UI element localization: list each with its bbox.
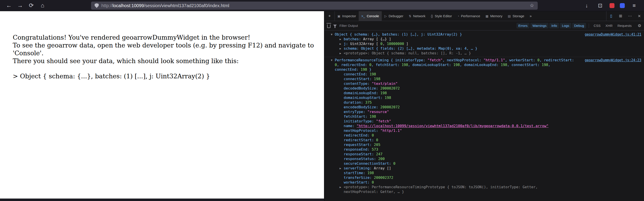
extension-icon-red[interactable] <box>610 3 614 8</box>
prop-initiatorType[interactable]: initiatorType: "fetch" <box>324 119 644 124</box>
more-tabs-icon[interactable]: » <box>527 11 534 21</box>
prop-requestStart[interactable]: requestStart: 205 <box>324 142 644 147</box>
prop-schema[interactable]: ▶schema: Object { fields: (2) […], metad… <box>324 46 644 51</box>
prop-prototype-object[interactable]: ▶<prototype>: Object { schema: null, bat… <box>324 51 644 56</box>
prop-j[interactable]: ▶j: Uint32Array [ 0, 10000000 ] <box>324 42 644 46</box>
storage-icon: ▤ <box>508 14 511 18</box>
console-message: schema: Object { fields: (2) […], metada… <box>344 46 477 50</box>
extensions-icon[interactable]: ⊡ <box>596 2 604 10</box>
source-location-link[interactable]: geoarrowDummyWidget.js:41:21 <box>585 32 641 37</box>
console-settings-gear-icon[interactable]: ⚙ <box>638 23 641 28</box>
performance-icon: ◔ <box>457 14 459 18</box>
devtools-panel: ⌖ ▣Inspector>_Console▷Debugger⇅Network{}… <box>324 11 644 201</box>
filter-output-input[interactable] <box>339 24 514 28</box>
twisty-icon[interactable]: ▶ <box>338 42 342 46</box>
prop-workerStart[interactable]: workerStart: 0 <box>324 180 644 185</box>
pick-element-icon[interactable]: ⌖ <box>324 11 335 21</box>
filter-button-logs[interactable]: Logs <box>560 23 571 28</box>
prop-nextHopProtocol[interactable]: nextHopProtocol: "http/1.1" <box>324 128 644 133</box>
prop-redirectEnd[interactable]: redirectEnd: 0 <box>324 133 644 138</box>
prop-serverTiming[interactable]: ▶serverTiming: Array [] <box>324 166 644 170</box>
home-icon[interactable]: ⌂ <box>38 2 46 10</box>
menu-icon[interactable]: ≡ <box>630 2 638 10</box>
tab-network[interactable]: ⇅Network <box>406 11 428 21</box>
prop-contentType[interactable]: contentType: "text/plain" <box>324 81 644 86</box>
twisty-icon[interactable]: ▼ <box>330 58 334 62</box>
filter-button-warnings[interactable]: Warnings <box>530 23 548 28</box>
clear-console-icon[interactable] <box>327 24 330 28</box>
twisty-icon[interactable]: ▼ <box>330 32 334 36</box>
prop-name[interactable]: name: "http://localhost:10099/session/vi… <box>324 124 644 128</box>
url-text[interactable]: http://localhost:10099/session/viewhtml1… <box>101 3 229 8</box>
url-bar[interactable]: http://localhost:10099/session/viewhtml1… <box>91 2 538 10</box>
prop-startTime[interactable]: startTime: 198 <box>324 170 644 175</box>
filter-button-css[interactable]: CSS <box>592 23 602 28</box>
filter-button-xhr[interactable]: XHR <box>604 23 615 28</box>
twisty-icon[interactable]: ▶ <box>338 46 342 50</box>
twisty-icon[interactable]: ▶ <box>338 166 342 170</box>
tab-inspector[interactable]: ▣Inspector <box>335 11 359 21</box>
twisty-icon[interactable]: ▶ <box>338 185 342 189</box>
filter-button-requests[interactable]: Requests <box>615 23 634 28</box>
nav-icons: ← → ⟳ ⌂ <box>0 2 46 10</box>
page-paragraph: Congratulations! You've rendered geoarro… <box>13 34 315 65</box>
extension-icon-blue[interactable] <box>620 3 625 8</box>
tab-memory[interactable]: ▦Memory <box>483 11 505 21</box>
prop-fetchStart[interactable]: fetchStart: 198 <box>324 114 644 119</box>
prop-batches[interactable]: ▶batches: Array [ {…} ] <box>324 37 644 42</box>
filter-button-debug[interactable]: Debug <box>572 23 586 28</box>
close-devtools-icon[interactable]: × <box>634 11 644 21</box>
prop-transferSize[interactable]: transferSize: 200002372 <box>324 175 644 180</box>
tab-label: Inspector <box>342 14 356 18</box>
devtools-toolbar: ⌖ ▣Inspector>_Console▷Debugger⇅Network{}… <box>324 11 644 21</box>
forward-icon[interactable]: → <box>16 2 24 10</box>
prop-secureConnectionStart[interactable]: secureConnectionStart: 0 <box>324 161 644 166</box>
tab-storage[interactable]: ▤Storage <box>505 11 527 21</box>
tab-style-editor[interactable]: {}Style Editor <box>428 11 454 21</box>
page-line-1: Congratulations! You've rendered geoarro… <box>13 34 250 41</box>
devtools-menu-icon[interactable]: ⋯ <box>625 11 634 21</box>
console-message: duration: 375 <box>344 100 372 104</box>
prop-entryType[interactable]: entryType: "resource" <box>324 110 644 114</box>
back-icon[interactable]: ← <box>5 2 13 10</box>
prop-connectEnd[interactable]: connectEnd: 198 <box>324 72 644 76</box>
log-object[interactable]: ▼Object { schema: {…}, batches: (1) […],… <box>324 32 644 37</box>
console-message: name: "http://localhost:10099/session/vi… <box>344 124 548 128</box>
tab-label: Storage <box>512 14 524 18</box>
tab-console[interactable]: >_Console <box>359 11 382 21</box>
tab-performance[interactable]: ◔Performance <box>454 11 483 21</box>
split-console-icon[interactable]: ⊞ <box>616 11 625 21</box>
source-location-link[interactable]: geoarrowDummyWidget.js:24:23 <box>585 58 641 63</box>
download-icon[interactable]: ↓ <box>583 2 591 10</box>
log-entry: ▼PerformanceResourceTiming { initiatorTy… <box>324 57 644 196</box>
tab-debugger[interactable]: ▷Debugger <box>382 11 406 21</box>
prop-duration[interactable]: duration: 375 <box>324 100 644 105</box>
page-example-line: > Object { schema: {...}, batches: (1) [… <box>13 72 315 80</box>
prop-decodedBodySize[interactable]: decodedBodySize: 200002072 <box>324 86 644 91</box>
responsive-design-mode-icon[interactable]: ▯ <box>606 11 616 21</box>
console-message: encodedBodySize: 200002072 <box>344 105 400 109</box>
console-message: redirectEnd: 0 <box>344 133 374 138</box>
prop-prototype-performance[interactable]: ▶<prototype>: PerformanceResourceTimingP… <box>324 185 644 194</box>
prop-responseStatus[interactable]: responseStatus: 200 <box>324 156 644 161</box>
filter-button-info[interactable]: Info <box>549 23 559 28</box>
twisty-icon[interactable]: ▶ <box>338 37 342 41</box>
twisty-icon[interactable]: ▶ <box>338 51 342 55</box>
prop-domainLookupEnd[interactable]: domainLookupEnd: 198 <box>324 91 644 95</box>
prop-redirectStart[interactable]: redirectStart: 0 <box>324 138 644 142</box>
filter-button-errors[interactable]: Errors <box>516 23 530 28</box>
tab-label: Console <box>367 14 379 18</box>
browser-chrome: ← → ⟳ ⌂ http://localhost:10099/session/v… <box>0 0 644 11</box>
reload-icon[interactable]: ⟳ <box>27 2 35 10</box>
prop-connectStart[interactable]: connectStart: 198 <box>324 76 644 81</box>
log-performance-resource-timing[interactable]: ▼PerformanceResourceTiming { initiatorTy… <box>324 58 644 72</box>
filter-separator <box>589 24 589 28</box>
prop-responseEnd[interactable]: responseEnd: 573 <box>324 147 644 152</box>
prop-domainLookupStart[interactable]: domainLookupStart: 198 <box>324 95 644 100</box>
prop-encodedBodySize[interactable]: encodedBodySize: 200002072 <box>324 105 644 110</box>
filter-buttons: ErrorsWarningsInfoLogsDebugCSSXHRRequest… <box>516 23 634 28</box>
tracking-protection-shield-icon[interactable] <box>95 3 99 8</box>
page-line-2: To see the geoarrow data, open the web d… <box>13 42 314 57</box>
prop-responseStart[interactable]: responseStart: 247 <box>324 152 644 156</box>
bookmark-star-icon[interactable]: ☆ <box>530 3 534 8</box>
